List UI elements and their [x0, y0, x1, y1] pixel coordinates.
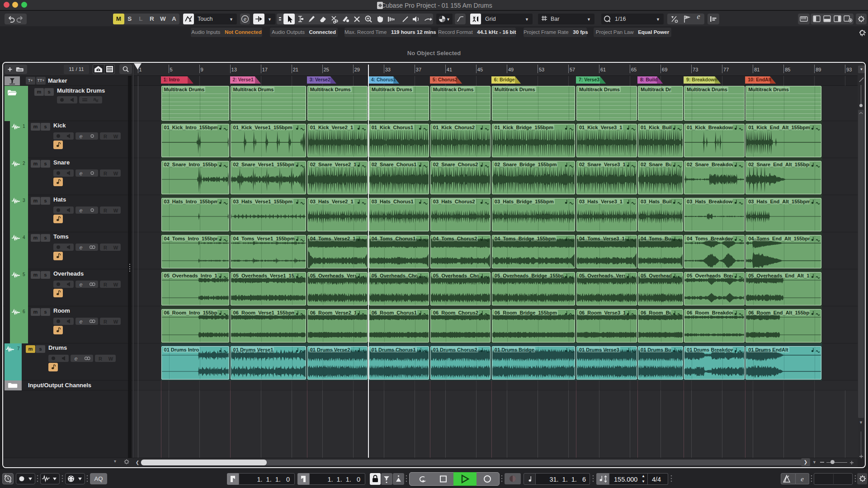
svg-text:R: R — [104, 134, 107, 139]
svg-text:R: R — [99, 356, 102, 361]
svg-text:R: R — [104, 171, 107, 176]
svg-text:W: W — [108, 356, 113, 361]
svg-text:R: R — [104, 208, 107, 213]
svg-text:e: e — [75, 356, 78, 362]
svg-text:W: W — [113, 134, 118, 139]
svg-text:R: R — [104, 282, 107, 287]
svg-text:e: e — [244, 16, 246, 22]
svg-text:e: e — [80, 133, 83, 140]
svg-text:W: W — [113, 282, 118, 287]
svg-text:W: W — [113, 319, 118, 324]
svg-text:e: e — [80, 207, 83, 214]
svg-text:R: R — [104, 245, 107, 250]
svg-text:W: W — [113, 208, 118, 213]
svg-text:e: e — [80, 244, 83, 251]
svg-text:W: W — [113, 245, 118, 250]
svg-text:e: e — [80, 282, 83, 288]
svg-text:R: R — [104, 319, 107, 324]
svg-text:e: e — [80, 170, 83, 177]
svg-text:W: W — [113, 171, 118, 176]
svg-text:e: e — [80, 319, 83, 325]
